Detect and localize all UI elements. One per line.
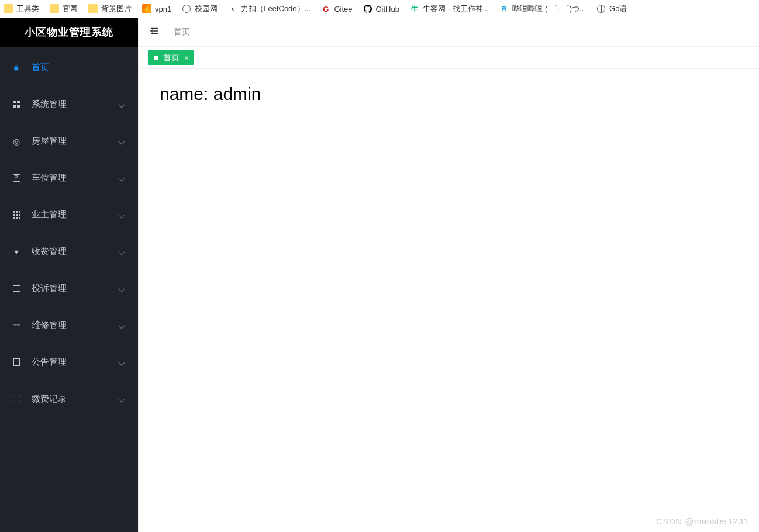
sidebar-item-house[interactable]: 房屋管理 bbox=[0, 123, 138, 160]
bookmark-bar: 工具类官网背景图片⚡vpn1校园网‹力扣（LeetCode）...GGiteeG… bbox=[0, 0, 759, 18]
sidebar-item-label: 收费管理 bbox=[32, 246, 119, 257]
breadcrumb[interactable]: 首页 bbox=[174, 27, 190, 37]
folder-icon bbox=[4, 4, 13, 13]
sidebar-item-dashboard[interactable]: 首页 bbox=[0, 49, 138, 86]
github-icon bbox=[363, 4, 372, 13]
sidebar-item-label: 缴费记录 bbox=[32, 393, 119, 405]
globe-icon bbox=[596, 4, 606, 13]
sidebar-item-label: 房屋管理 bbox=[32, 136, 119, 147]
app-window: 小区物业管理系统 首页系统管理房屋管理车位管理业主管理收费管理投诉管理维修管理公… bbox=[0, 18, 759, 532]
bookmark-item[interactable]: GGitee bbox=[321, 4, 352, 13]
dashboard-icon bbox=[12, 63, 21, 72]
bilibili-icon: B bbox=[499, 4, 509, 13]
settings-icon bbox=[12, 100, 21, 109]
bookmark-label: 哔哩哔哩 ( ゜- ゜)つ... bbox=[512, 4, 586, 14]
sidebar-item-label: 公告管理 bbox=[32, 357, 119, 368]
bookmark-label: 官网 bbox=[63, 4, 78, 14]
sidebar-item-owner[interactable]: 业主管理 bbox=[0, 196, 138, 233]
bookmark-label: 牛客网 - 找工作神... bbox=[423, 4, 489, 14]
house-icon bbox=[12, 137, 21, 146]
sidebar-item-settings[interactable]: 系统管理 bbox=[0, 86, 138, 123]
sidebar-item-label: 业主管理 bbox=[32, 209, 119, 220]
bookmark-item[interactable]: ⚡vpn1 bbox=[142, 4, 171, 13]
chevron-down-icon bbox=[118, 212, 125, 218]
nowcoder-icon: 牛 bbox=[410, 4, 419, 13]
fee-icon bbox=[12, 247, 21, 257]
leetcode-icon: ‹ bbox=[228, 4, 237, 13]
bookmark-label: 工具类 bbox=[16, 4, 39, 14]
bookmark-label: vpn1 bbox=[155, 5, 171, 13]
collapse-sidebar-icon[interactable] bbox=[149, 26, 160, 38]
main-area: 首页 首页× name: admin CSDN @manster1231 bbox=[138, 18, 759, 532]
bookmark-label: 校园网 bbox=[195, 4, 218, 14]
vpn-icon: ⚡ bbox=[142, 4, 151, 13]
app-title: 小区物业管理系统 bbox=[0, 18, 138, 47]
sidebar-menu: 首页系统管理房屋管理车位管理业主管理收费管理投诉管理维修管理公告管理缴费记录 bbox=[0, 47, 138, 532]
repair-icon bbox=[12, 321, 21, 330]
sidebar-item-label: 车位管理 bbox=[32, 172, 119, 184]
page-content: name: admin bbox=[139, 69, 759, 119]
close-icon[interactable]: × bbox=[184, 54, 189, 62]
bookmark-label: 力扣（LeetCode）... bbox=[241, 4, 310, 14]
bookmark-item[interactable]: ‹力扣（LeetCode）... bbox=[228, 4, 310, 14]
sidebar-item-record[interactable]: 缴费记录 bbox=[0, 381, 138, 417]
bookmark-item[interactable]: B哔哩哔哩 ( ゜- ゜)つ... bbox=[499, 4, 586, 14]
gitee-icon: G bbox=[321, 4, 330, 13]
bookmark-item[interactable]: Go语 bbox=[596, 4, 627, 14]
tab-bar: 首页× bbox=[139, 47, 759, 69]
chevron-down-icon bbox=[118, 359, 125, 365]
bookmark-item[interactable]: 牛牛客网 - 找工作神... bbox=[410, 4, 489, 14]
bookmark-item[interactable]: 背景图片 bbox=[88, 4, 132, 14]
chevron-down-icon bbox=[118, 175, 125, 181]
chevron-down-icon bbox=[118, 101, 125, 108]
bookmark-item[interactable]: 校园网 bbox=[182, 4, 218, 14]
owner-icon bbox=[12, 210, 21, 220]
sidebar-item-label: 维修管理 bbox=[32, 320, 119, 331]
topbar: 首页 bbox=[139, 18, 759, 47]
bookmark-item[interactable]: GitHub bbox=[363, 4, 399, 13]
active-dot-icon bbox=[154, 56, 158, 60]
chevron-down-icon bbox=[118, 322, 125, 329]
globe-icon bbox=[182, 4, 191, 13]
folder-icon bbox=[50, 4, 59, 13]
folder-icon bbox=[88, 4, 98, 13]
bookmark-label: Gitee bbox=[334, 5, 352, 13]
bookmark-label: 背景图片 bbox=[101, 4, 132, 14]
complaint-icon bbox=[12, 284, 21, 293]
chevron-down-icon bbox=[118, 248, 125, 255]
chevron-down-icon bbox=[118, 396, 125, 402]
record-icon bbox=[12, 395, 21, 404]
chevron-down-icon bbox=[118, 285, 125, 292]
parking-icon bbox=[12, 174, 21, 183]
chevron-down-icon bbox=[118, 138, 125, 144]
notice-icon bbox=[12, 358, 21, 367]
sidebar-item-fee[interactable]: 收费管理 bbox=[0, 233, 138, 270]
sidebar-item-notice[interactable]: 公告管理 bbox=[0, 344, 138, 381]
sidebar-item-repair[interactable]: 维修管理 bbox=[0, 307, 138, 344]
tab-label: 首页 bbox=[163, 53, 180, 63]
watermark: CSDN @manster1231 bbox=[656, 516, 748, 526]
bookmark-item[interactable]: 官网 bbox=[50, 4, 78, 14]
tab-home[interactable]: 首页× bbox=[148, 50, 194, 65]
sidebar: 小区物业管理系统 首页系统管理房屋管理车位管理业主管理收费管理投诉管理维修管理公… bbox=[0, 18, 138, 532]
bookmark-label: GitHub bbox=[376, 5, 399, 13]
sidebar-item-complaint[interactable]: 投诉管理 bbox=[0, 270, 138, 307]
sidebar-item-label: 投诉管理 bbox=[32, 283, 119, 294]
sidebar-item-label: 系统管理 bbox=[32, 99, 119, 110]
bookmark-label: Go语 bbox=[609, 4, 627, 14]
sidebar-item-label: 首页 bbox=[32, 62, 126, 73]
sidebar-item-parking[interactable]: 车位管理 bbox=[0, 160, 138, 196]
bookmark-item[interactable]: 工具类 bbox=[4, 4, 39, 14]
